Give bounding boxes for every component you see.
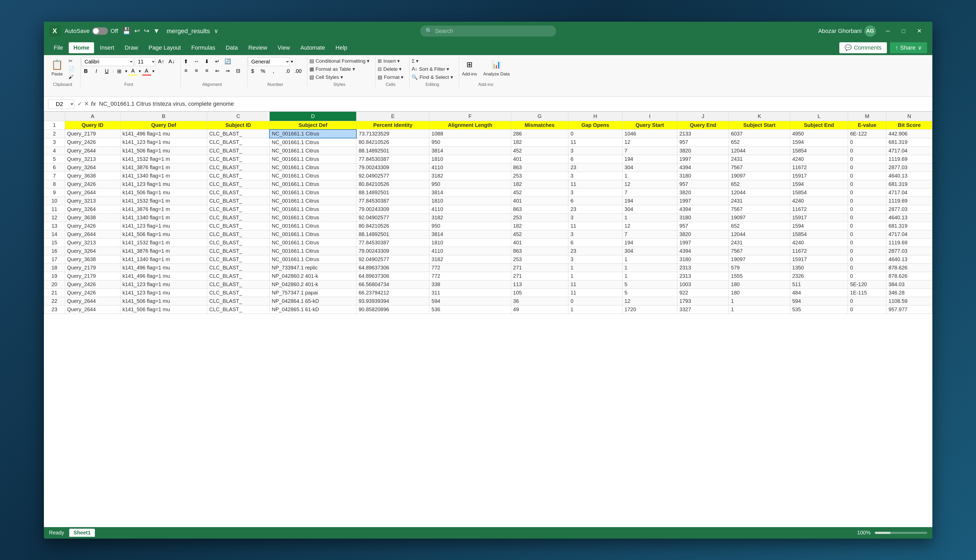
table-cell[interactable]: 12: [622, 180, 677, 188]
table-cell[interactable]: NC_001661.1 Citrus: [269, 255, 356, 263]
table-cell[interactable]: 3: [568, 147, 622, 155]
table-cell[interactable]: 79.00243309: [356, 205, 430, 213]
menu-review[interactable]: Review: [244, 42, 272, 53]
table-cell[interactable]: 311: [430, 288, 511, 297]
table-cell[interactable]: 3814: [430, 188, 511, 197]
table-cell[interactable]: 3180: [677, 213, 729, 222]
maximize-button[interactable]: □: [896, 26, 911, 36]
table-cell[interactable]: k141_1340 flag=1 m: [120, 255, 207, 263]
table-cell[interactable]: 12044: [729, 230, 790, 238]
table-cell[interactable]: Query_3213: [65, 155, 120, 163]
table-cell[interactable]: 23: [568, 205, 622, 213]
menu-insert[interactable]: Insert: [95, 42, 119, 53]
table-cell[interactable]: k141_1532 flag=1 m: [120, 155, 207, 163]
table-cell[interactable]: 88.14892501: [356, 147, 430, 155]
table-cell[interactable]: 11672: [790, 247, 848, 255]
table-cell[interactable]: 1108.59: [886, 297, 932, 305]
header-query-start[interactable]: Query Start: [622, 121, 677, 130]
comma-button[interactable]: ,: [269, 67, 278, 75]
table-cell[interactable]: 253: [511, 213, 568, 222]
table-cell[interactable]: 0: [848, 230, 886, 238]
close-button[interactable]: ✕: [911, 26, 927, 36]
table-cell[interactable]: k141_3876 flag=1 m: [120, 163, 207, 172]
col-header-k[interactable]: K: [729, 112, 790, 121]
table-cell[interactable]: 80.84210526: [356, 180, 430, 188]
table-cell[interactable]: 1810: [430, 238, 511, 247]
align-center-button[interactable]: ≡: [192, 67, 201, 75]
table-cell[interactable]: 12: [622, 138, 677, 147]
formula-cross-icon[interactable]: ✕: [84, 100, 89, 107]
table-cell[interactable]: 92.04902577: [356, 172, 430, 180]
table-cell[interactable]: 535: [790, 305, 848, 313]
col-header-c[interactable]: C: [207, 112, 269, 121]
table-cell[interactable]: 863: [511, 205, 568, 213]
table-cell[interactable]: 6: [568, 238, 622, 247]
decrease-indent-button[interactable]: ⇐: [213, 67, 222, 75]
table-cell[interactable]: 6E-122: [848, 130, 886, 138]
table-cell[interactable]: Query_2644: [65, 188, 120, 197]
table-cell[interactable]: 957: [677, 138, 729, 147]
table-cell[interactable]: 4950: [790, 130, 848, 138]
table-cell[interactable]: NC_001661.1 Citrus: [269, 247, 356, 255]
table-cell[interactable]: 12044: [729, 147, 790, 155]
table-cell[interactable]: k141_1340 flag=1 m: [120, 172, 207, 180]
table-cell[interactable]: CLC_BLAST_: [207, 180, 269, 188]
table-cell[interactable]: 11672: [790, 163, 848, 172]
table-cell[interactable]: 957.977: [886, 305, 932, 313]
table-cell[interactable]: 3182: [430, 255, 511, 263]
table-cell[interactable]: Query_2179: [65, 263, 120, 272]
table-cell[interactable]: 0: [848, 255, 886, 263]
decrease-font-button[interactable]: A↓: [167, 57, 176, 66]
table-cell[interactable]: CLC_BLAST_: [207, 280, 269, 288]
header-gap-opens[interactable]: Gap Opens: [568, 121, 622, 130]
align-right-button[interactable]: ≡: [202, 67, 212, 75]
table-cell[interactable]: 0: [848, 297, 886, 305]
table-cell[interactable]: 1: [729, 297, 790, 305]
table-cell[interactable]: 3182: [430, 213, 511, 222]
table-cell[interactable]: k141_123 flag=1 mu: [120, 280, 207, 288]
table-cell[interactable]: Query_3638: [65, 213, 120, 222]
table-cell[interactable]: k141_1340 flag=1 m: [120, 213, 207, 222]
table-cell[interactable]: 180: [729, 288, 790, 297]
table-cell[interactable]: 19097: [729, 255, 790, 263]
table-cell[interactable]: CLC_BLAST_: [207, 197, 269, 205]
table-cell[interactable]: CLC_BLAST_: [207, 213, 269, 222]
table-cell[interactable]: 3814: [430, 147, 511, 155]
table-cell[interactable]: NP_042864.1 65-kD: [269, 297, 356, 305]
table-cell[interactable]: 1119.69: [886, 155, 932, 163]
underline-button[interactable]: U: [102, 67, 112, 75]
table-cell[interactable]: k141_1532 flag=1 m: [120, 238, 207, 247]
decrease-decimal-button[interactable]: .0: [283, 67, 292, 75]
table-cell[interactable]: 4394: [677, 247, 729, 255]
table-cell[interactable]: 11: [568, 138, 622, 147]
table-cell[interactable]: 384.03: [886, 280, 932, 288]
table-cell[interactable]: 1720: [622, 305, 677, 313]
header-query-def[interactable]: Query Def: [120, 121, 207, 130]
conditional-formatting-button[interactable]: ▤ Conditional Formatting ▾: [308, 57, 371, 65]
table-cell[interactable]: 1810: [430, 197, 511, 205]
col-header-h[interactable]: H: [568, 112, 622, 121]
table-cell[interactable]: 271: [511, 263, 568, 272]
table-cell[interactable]: 452: [511, 147, 568, 155]
table-cell[interactable]: 194: [622, 197, 677, 205]
increase-indent-button[interactable]: ⇒: [223, 67, 232, 75]
table-cell[interactable]: 3182: [430, 172, 511, 180]
table-cell[interactable]: 681.319: [886, 138, 932, 147]
table-cell[interactable]: 863: [511, 163, 568, 172]
table-cell[interactable]: NC_001661.1 Citrus: [269, 188, 356, 197]
sheet-tab[interactable]: Sheet1: [69, 529, 95, 537]
table-cell[interactable]: 5: [622, 288, 677, 297]
table-cell[interactable]: 4110: [430, 205, 511, 213]
menu-page-layout[interactable]: Page Layout: [144, 42, 186, 53]
table-cell[interactable]: 2133: [677, 130, 729, 138]
table-cell[interactable]: 2431: [729, 238, 790, 247]
align-left-button[interactable]: ≡: [181, 67, 191, 75]
dropdown-icon[interactable]: ∨: [214, 28, 218, 35]
formula-check-icon[interactable]: ✓: [77, 100, 82, 107]
table-cell[interactable]: 1: [622, 172, 677, 180]
table-cell[interactable]: 1119.69: [886, 238, 932, 247]
table-cell[interactable]: 66.23794212: [356, 288, 430, 297]
table-cell[interactable]: 0: [568, 130, 622, 138]
align-bottom-button[interactable]: ⬇: [202, 57, 212, 65]
table-cell[interactable]: 681.319: [886, 180, 932, 188]
